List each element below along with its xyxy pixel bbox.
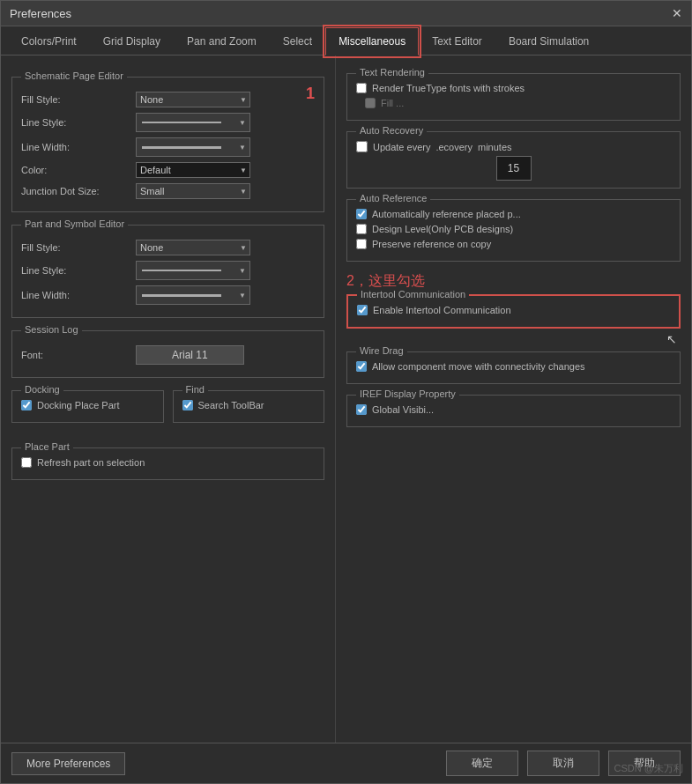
fill-style-select[interactable]: None bbox=[136, 92, 250, 107]
wire-drag-section: Wire Drag Allow component move with conn… bbox=[346, 351, 681, 384]
right-panel: Text Rendering Render TrueType fonts wit… bbox=[336, 55, 691, 743]
part-line-style-label: Line Style: bbox=[21, 265, 136, 276]
auto-recovery-section: Auto Recovery Update every .ecovery minu… bbox=[346, 131, 681, 189]
render-truetype-checkbox[interactable] bbox=[356, 83, 367, 93]
preserve-checkbox[interactable] bbox=[356, 239, 367, 249]
wire-drag-title: Wire Drag bbox=[356, 345, 407, 356]
place-part-section: Place Part Refresh part on selection bbox=[11, 447, 324, 480]
intertool-enable-row: Enable Intertool Communication bbox=[357, 305, 670, 315]
line-width-line bbox=[142, 146, 221, 149]
iref-global-label: Global Visibi... bbox=[372, 404, 434, 415]
schematic-section: Schematic Page Editor 1 Fill Style: None… bbox=[11, 77, 324, 212]
fill-style-select-wrapper: None bbox=[136, 92, 250, 107]
cursor-icon: ↖ bbox=[666, 332, 677, 346]
watermark: CSDN @朱万利 bbox=[614, 762, 683, 775]
line-preview-line bbox=[142, 122, 221, 123]
tab-pan-zoom[interactable]: Pan and Zoom bbox=[174, 27, 270, 55]
session-section: Session Log Font: Arial 11 bbox=[11, 330, 324, 378]
wire-drag-checkbox[interactable] bbox=[356, 361, 367, 372]
auto-ref-checkbox[interactable] bbox=[356, 209, 367, 219]
place-part-title: Place Part bbox=[21, 441, 73, 452]
docking-section-title: Docking bbox=[21, 384, 63, 395]
design-level-row: Design Level(Only PCB designs) bbox=[356, 224, 671, 234]
tab-board-simulation[interactable]: Board Simulation bbox=[495, 27, 602, 55]
part-line-preview-line bbox=[142, 270, 221, 271]
auto-recovery-title: Auto Recovery bbox=[356, 125, 427, 136]
line-style-label: Line Style: bbox=[21, 117, 136, 128]
refresh-part-checkbox[interactable] bbox=[21, 457, 32, 468]
intertool-enable-label: Enable Intertool Communication bbox=[373, 305, 511, 315]
tab-text-editor[interactable]: Text Editor bbox=[419, 27, 495, 55]
text-rendering-title: Text Rendering bbox=[356, 67, 428, 78]
iref-global-row: Global Visibi... bbox=[356, 404, 671, 415]
line-style-preview[interactable] bbox=[136, 113, 250, 132]
refresh-part-label: Refresh part on selection bbox=[37, 457, 145, 468]
fill-label: Fill ... bbox=[381, 98, 404, 108]
part-section: Part and Symbol Editor Fill Style: None … bbox=[11, 225, 324, 318]
part-line-width-preview[interactable] bbox=[136, 285, 250, 305]
title-bar: Preferences ✕ bbox=[1, 1, 691, 26]
iref-global-checkbox[interactable] bbox=[356, 404, 367, 415]
fill-row: Fill ... bbox=[365, 98, 671, 108]
fill-style-row: Fill Style: None bbox=[21, 92, 315, 107]
intertool-title: Intertool Communication bbox=[357, 289, 469, 300]
intertool-enable-checkbox[interactable] bbox=[357, 305, 368, 315]
find-section-title: Find bbox=[182, 384, 208, 395]
preserve-row: Preserve reference on copy bbox=[356, 239, 671, 249]
docking-find-row: Docking Docking Place Part Find Search T… bbox=[11, 390, 324, 435]
tab-miscellaneous[interactable]: Miscellaneous bbox=[325, 27, 419, 55]
line-width-preview[interactable] bbox=[136, 137, 250, 157]
line-width-label: Line Width: bbox=[21, 142, 136, 152]
part-fill-style-row: Fill Style: None bbox=[21, 240, 315, 255]
update-checkbox[interactable] bbox=[356, 141, 368, 152]
auto-ref-label: Automatically reference placed p... bbox=[372, 209, 521, 219]
tab-grid-display[interactable]: Grid Display bbox=[90, 27, 174, 55]
more-preferences-button[interactable]: More Preferences bbox=[11, 752, 125, 775]
iref-section: IREF Display Property Global Visibi... bbox=[346, 395, 681, 427]
recovery-input[interactable]: 15 bbox=[496, 156, 532, 181]
fill-checkbox bbox=[365, 98, 376, 108]
cancel-button[interactable]: 取消 bbox=[527, 751, 599, 776]
part-fill-style-select[interactable]: None bbox=[136, 240, 250, 255]
junction-dot-select[interactable]: Small bbox=[136, 183, 250, 199]
place-part-checkbox-row: Refresh part on selection bbox=[21, 457, 315, 468]
text-rendering-section: Text Rendering Render TrueType fonts wit… bbox=[346, 73, 681, 121]
confirm-button[interactable]: 确定 bbox=[446, 751, 518, 776]
auto-reference-title: Auto Reference bbox=[356, 193, 430, 203]
annotation-1: 1 bbox=[306, 85, 315, 102]
find-checkbox-row: Search ToolBar bbox=[182, 400, 316, 410]
part-fill-style-select-wrapper: None bbox=[136, 240, 250, 255]
tab-bar: Colors/Print Grid Display Pan and Zoom S… bbox=[1, 26, 691, 55]
tab-select[interactable]: Select bbox=[270, 27, 325, 55]
part-line-style-preview[interactable] bbox=[136, 261, 250, 280]
tab-colors-print[interactable]: Colors/Print bbox=[8, 27, 90, 55]
docking-checkbox-row: Docking Place Part bbox=[21, 400, 154, 410]
auto-reference-section: Auto Reference Automatically reference p… bbox=[346, 199, 681, 262]
annotation-2: 2，这里勾选 bbox=[346, 273, 425, 288]
docking-checkbox[interactable] bbox=[21, 400, 32, 410]
color-row: Color: Default bbox=[21, 162, 315, 178]
find-section: Find Search ToolBar bbox=[173, 390, 325, 423]
docking-label: Docking Place Part bbox=[37, 400, 120, 410]
color-label: Color: bbox=[21, 165, 136, 175]
auto-ref-row: Automatically reference placed p... bbox=[356, 209, 671, 219]
update-label: Update every bbox=[373, 142, 430, 152]
design-level-checkbox[interactable] bbox=[356, 224, 367, 234]
find-checkbox[interactable] bbox=[182, 400, 193, 410]
intertool-section: Intertool Communication Enable Intertool… bbox=[346, 294, 681, 329]
font-button[interactable]: Arial 11 bbox=[136, 345, 244, 365]
window-title: Preferences bbox=[10, 7, 71, 20]
preferences-window: Preferences ✕ Colors/Print Grid Display … bbox=[0, 0, 692, 784]
line-width-row: Line Width: bbox=[21, 137, 315, 157]
color-select[interactable]: Default bbox=[136, 162, 250, 178]
junction-dot-row: Junction Dot Size: Small bbox=[21, 183, 315, 199]
close-button[interactable]: ✕ bbox=[672, 6, 682, 20]
render-truetype-row: Render TrueType fonts with strokes bbox=[356, 83, 671, 93]
left-panel: Schematic Page Editor 1 Fill Style: None… bbox=[1, 55, 336, 743]
recovery-row: Update every .ecovery minutes bbox=[356, 141, 671, 152]
junction-dot-label: Junction Dot Size: bbox=[21, 186, 136, 196]
render-truetype-label: Render TrueType fonts with strokes bbox=[372, 83, 525, 93]
part-section-title: Part and Symbol Editor bbox=[21, 218, 128, 229]
main-content: Schematic Page Editor 1 Fill Style: None… bbox=[1, 55, 691, 743]
minutes-label: minutes bbox=[478, 142, 512, 152]
